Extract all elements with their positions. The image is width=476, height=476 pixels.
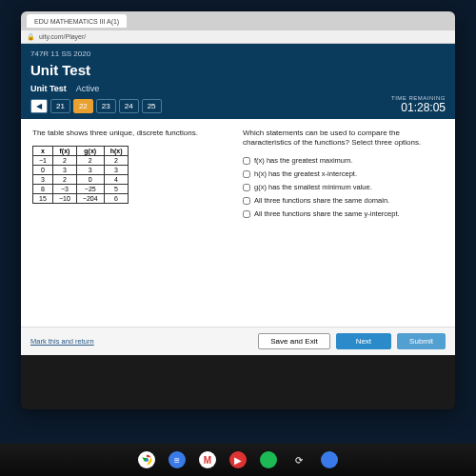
option-2-checkbox[interactable] (243, 170, 250, 178)
table-row: −1222 (33, 156, 129, 166)
th-hx: h(x) (104, 147, 129, 156)
option-5: All three functions share the same y-int… (243, 209, 444, 218)
url-text: uity.com/Player/ (39, 33, 86, 40)
question-footer: Mark this and return Save and Exit Next … (21, 327, 455, 355)
youtube-icon[interactable]: ▶ (229, 451, 247, 468)
option-4-checkbox[interactable] (243, 197, 250, 205)
gmail-icon[interactable]: M (199, 451, 216, 468)
zoom-icon[interactable] (321, 451, 338, 468)
option-4-label: All three functions share the same domai… (254, 196, 389, 205)
option-3-checkbox[interactable] (243, 184, 250, 191)
option-4: All three functions share the same domai… (243, 196, 444, 205)
screen: EDU MATHEMATICS III A(1) 🔒 uity.com/Play… (21, 11, 455, 409)
question-content: The table shows three unique, discrete f… (21, 119, 455, 327)
page-22-button[interactable]: 22 (73, 99, 93, 113)
url-bar[interactable]: 🔒 uity.com/Player/ (21, 30, 455, 44)
left-prompt: The table shows three unique, discrete f… (32, 129, 233, 138)
page-24-button[interactable]: 24 (119, 99, 139, 113)
next-button[interactable]: Next (336, 333, 391, 349)
test-name: Unit Test (30, 84, 67, 93)
mark-return-link[interactable]: Mark this and return (30, 337, 94, 346)
prev-button[interactable]: ◀ (30, 99, 48, 113)
page-title: Unit Test (30, 62, 446, 78)
table-row: 3204 (33, 175, 129, 185)
option-5-checkbox[interactable] (243, 210, 250, 218)
option-3: g(x) has the smallest minimum value. (243, 183, 444, 191)
option-2: h(x) has the greatest x-intercept. (243, 169, 444, 178)
browser-tab[interactable]: EDU MATHEMATICS III A(1) (27, 14, 127, 28)
save-exit-button[interactable]: Save and Exit (258, 333, 329, 349)
option-1-label: f(x) has the greatest maximum. (254, 156, 352, 165)
page-25-button[interactable]: 25 (142, 99, 162, 113)
docs-icon[interactable]: ≡ (169, 451, 186, 468)
option-1-checkbox[interactable] (243, 157, 250, 165)
os-taskbar: ≡ M ▶ ⟳ (0, 444, 476, 476)
lock-icon: 🔒 (27, 33, 35, 41)
right-prompt: Which statements can be used to compare … (243, 129, 444, 149)
th-gx: g(x) (76, 147, 104, 156)
table-header-row: x f(x) g(x) h(x) (33, 147, 129, 156)
option-1: f(x) has the greatest maximum. (243, 156, 444, 165)
th-fx: f(x) (52, 147, 76, 156)
th-x: x (33, 147, 53, 156)
timer: TIME REMAINING 01:28:05 (391, 95, 446, 114)
page-21-button[interactable]: 21 (50, 99, 70, 113)
session-id: 747R 11 SS 2020 (30, 50, 446, 58)
submit-button[interactable]: Submit (397, 333, 446, 349)
table-row: 15−10−2046 (33, 194, 129, 204)
app-header: 747R 11 SS 2020 Unit Test Unit Test Acti… (21, 44, 455, 119)
chrome-icon[interactable] (138, 451, 155, 468)
test-status: Active (76, 84, 100, 93)
question-nav: ◀ 21 22 23 24 25 TIME REMAINING 01:28:05 (30, 99, 446, 113)
option-2-label: h(x) has the greatest x-intercept. (254, 169, 357, 178)
function-table: x f(x) g(x) h(x) −1222 0333 3204 8−3−255… (32, 146, 129, 204)
table-row: 8−3−255 (33, 185, 129, 194)
page-23-button[interactable]: 23 (96, 99, 116, 113)
loading-icon[interactable]: ⟳ (290, 451, 307, 468)
option-5-label: All three functions share the same y-int… (254, 209, 400, 218)
spotify-icon[interactable] (260, 451, 277, 468)
table-row: 0333 (33, 166, 129, 175)
browser-tab-bar: EDU MATHEMATICS III A(1) (21, 11, 455, 30)
option-3-label: g(x) has the smallest minimum value. (254, 183, 372, 191)
timer-value: 01:28:05 (391, 101, 446, 114)
